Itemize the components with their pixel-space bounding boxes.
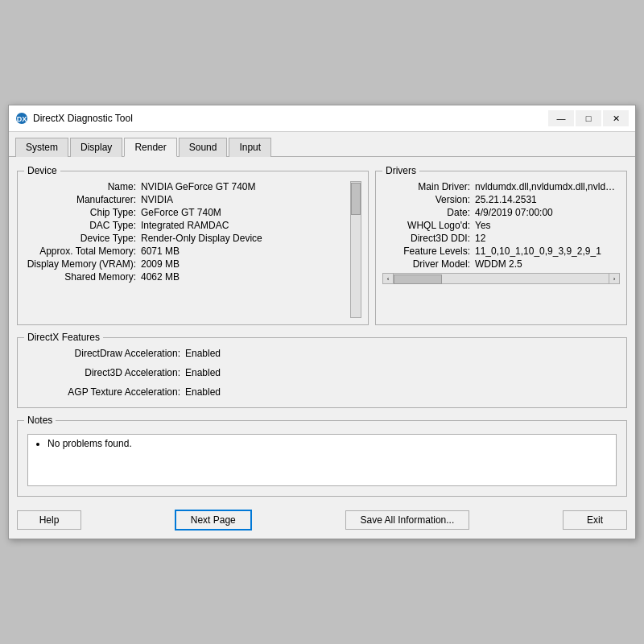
- feature-d3d-value: Enabled: [185, 367, 221, 378]
- driver-model-value: WDDM 2.5: [475, 258, 522, 270]
- features-fields: DirectDraw Acceleration: Enabled Direct3…: [24, 348, 620, 398]
- drivers-panel: Drivers Main Driver: nvldumdx.dll,nvldum…: [375, 165, 627, 325]
- device-type-value: Render-Only Display Device: [141, 233, 262, 244]
- driver-whql-label: WHQL Logo'd:: [382, 220, 475, 231]
- driver-ddi-value: 12: [475, 233, 485, 244]
- device-shared-label: Shared Memory:: [24, 271, 141, 283]
- notes-content: No problems found.: [27, 434, 617, 486]
- driver-whql-value: Yes: [475, 220, 491, 231]
- notes-list: No problems found.: [35, 438, 609, 449]
- main-panels: Device Name: NVIDIA GeForce GT 740M Manu…: [17, 165, 627, 325]
- driver-ddi-row: Direct3D DDI: 12: [382, 233, 620, 244]
- button-bar: Help Next Page Save All Information... E…: [9, 505, 635, 539]
- feature-d3d-row: Direct3D Acceleration: Enabled: [24, 367, 620, 378]
- device-type-row: Device Type: Render-Only Display Device: [24, 233, 350, 244]
- drivers-legend: Drivers: [382, 165, 419, 176]
- window-title: DirectX Diagnostic Tool: [33, 113, 548, 124]
- driver-main-row: Main Driver: nvldumdx.dll,nvldumdx.dll,n…: [382, 181, 620, 192]
- driver-ddi-label: Direct3D DDI:: [382, 233, 475, 244]
- device-totalmem-row: Approx. Total Memory: 6071 MB: [24, 246, 350, 257]
- driver-feat-value: 11_0,10_1,10_0,9_3,9_2,9_1: [475, 246, 601, 257]
- svg-text:DX: DX: [17, 115, 27, 123]
- main-window: DX DirectX Diagnostic Tool — □ ✕ System …: [8, 105, 636, 539]
- device-name-label: Name:: [24, 181, 141, 192]
- device-dac-row: DAC Type: Integrated RAMDAC: [24, 220, 350, 231]
- tab-render[interactable]: Render: [124, 138, 176, 157]
- device-vram-row: Display Memory (VRAM): 2009 MB: [24, 258, 350, 270]
- minimize-button[interactable]: —: [548, 110, 574, 126]
- features-panel: DirectX Features DirectDraw Acceleration…: [17, 332, 627, 408]
- notes-legend: Notes: [24, 415, 56, 426]
- device-name-row: Name: NVIDIA GeForce GT 740M: [24, 181, 350, 192]
- driver-main-label: Main Driver:: [382, 181, 475, 192]
- save-all-button[interactable]: Save All Information...: [345, 510, 470, 530]
- horiz-scroll-right[interactable]: ›: [609, 273, 620, 284]
- features-legend: DirectX Features: [24, 332, 103, 343]
- tab-sound[interactable]: Sound: [179, 138, 228, 157]
- tab-display[interactable]: Display: [70, 138, 122, 157]
- tab-bar: System Display Render Sound Input: [9, 132, 635, 157]
- horiz-scroll-track[interactable]: [394, 273, 609, 284]
- content-area: Device Name: NVIDIA GeForce GT 740M Manu…: [9, 157, 635, 505]
- help-button[interactable]: Help: [17, 510, 81, 530]
- device-legend: Device: [24, 165, 60, 176]
- feature-d3d-label: Direct3D Acceleration:: [24, 367, 185, 378]
- horiz-scroll-left[interactable]: ‹: [382, 273, 394, 284]
- device-mfr-row: Manufacturer: NVIDIA: [24, 194, 350, 205]
- driver-date-value: 4/9/2019 07:00:00: [475, 207, 553, 218]
- device-chip-row: Chip Type: GeForce GT 740M: [24, 207, 350, 218]
- next-page-button[interactable]: Next Page: [175, 510, 252, 530]
- notes-item: No problems found.: [47, 438, 609, 449]
- device-shared-row: Shared Memory: 4062 MB: [24, 271, 350, 283]
- device-mfr-label: Manufacturer:: [24, 194, 141, 205]
- device-totalmem-label: Approx. Total Memory:: [24, 246, 141, 257]
- window-controls: — □ ✕: [548, 110, 629, 126]
- driver-ver-label: Version:: [382, 194, 475, 205]
- device-scrollbar[interactable]: [350, 181, 361, 318]
- device-totalmem-value: 6071 MB: [141, 246, 180, 257]
- maximize-button[interactable]: □: [576, 110, 601, 126]
- device-chip-value: GeForce GT 740M: [141, 207, 221, 218]
- title-bar: DX DirectX Diagnostic Tool — □ ✕: [9, 105, 635, 132]
- tab-system[interactable]: System: [15, 138, 68, 157]
- device-scrollbar-thumb[interactable]: [351, 183, 361, 215]
- driver-ver-row: Version: 25.21.14.2531: [382, 194, 620, 205]
- device-dac-label: DAC Type:: [24, 220, 141, 231]
- driver-model-row: Driver Model: WDDM 2.5: [382, 258, 620, 270]
- driver-feat-row: Feature Levels: 11_0,10_1,10_0,9_3,9_2,9…: [382, 246, 620, 257]
- feature-agp-label: AGP Texture Acceleration:: [24, 386, 185, 398]
- device-fields: Name: NVIDIA GeForce GT 740M Manufacture…: [24, 181, 361, 283]
- close-button[interactable]: ✕: [603, 110, 629, 126]
- device-vram-value: 2009 MB: [141, 258, 180, 270]
- feature-dd-row: DirectDraw Acceleration: Enabled: [24, 348, 620, 359]
- notes-panel: Notes No problems found.: [17, 415, 627, 497]
- device-mfr-value: NVIDIA: [141, 194, 173, 205]
- feature-dd-value: Enabled: [185, 348, 221, 359]
- device-shared-value: 4062 MB: [141, 271, 180, 283]
- device-vram-label: Display Memory (VRAM):: [24, 258, 141, 270]
- drivers-horiz-scrollbar[interactable]: ‹ ›: [382, 273, 620, 284]
- tab-input[interactable]: Input: [229, 138, 271, 157]
- driver-feat-label: Feature Levels:: [382, 246, 475, 257]
- device-scroll-area: Name: NVIDIA GeForce GT 740M Manufacture…: [24, 181, 361, 318]
- drivers-fields: Main Driver: nvldumdx.dll,nvldumdx.dll,n…: [382, 181, 620, 284]
- driver-model-label: Driver Model:: [382, 258, 475, 270]
- driver-ver-value: 25.21.14.2531: [475, 194, 537, 205]
- driver-date-label: Date:: [382, 207, 475, 218]
- device-name-value: NVIDIA GeForce GT 740M: [141, 181, 256, 192]
- feature-dd-label: DirectDraw Acceleration:: [24, 348, 185, 359]
- device-type-label: Device Type:: [24, 233, 141, 244]
- horiz-scroll-thumb[interactable]: [394, 275, 442, 284]
- feature-agp-row: AGP Texture Acceleration: Enabled: [24, 386, 620, 398]
- driver-whql-row: WHQL Logo'd: Yes: [382, 220, 620, 231]
- driver-date-row: Date: 4/9/2019 07:00:00: [382, 207, 620, 218]
- feature-agp-value: Enabled: [185, 386, 221, 398]
- exit-button[interactable]: Exit: [563, 510, 627, 530]
- app-icon: DX: [15, 112, 28, 125]
- driver-main-value: nvldumdx.dll,nvldumdx.dll,nvldumdx.d: [475, 181, 620, 192]
- device-dac-value: Integrated RAMDAC: [141, 220, 229, 231]
- device-panel: Device Name: NVIDIA GeForce GT 740M Manu…: [17, 165, 369, 325]
- device-chip-label: Chip Type:: [24, 207, 141, 218]
